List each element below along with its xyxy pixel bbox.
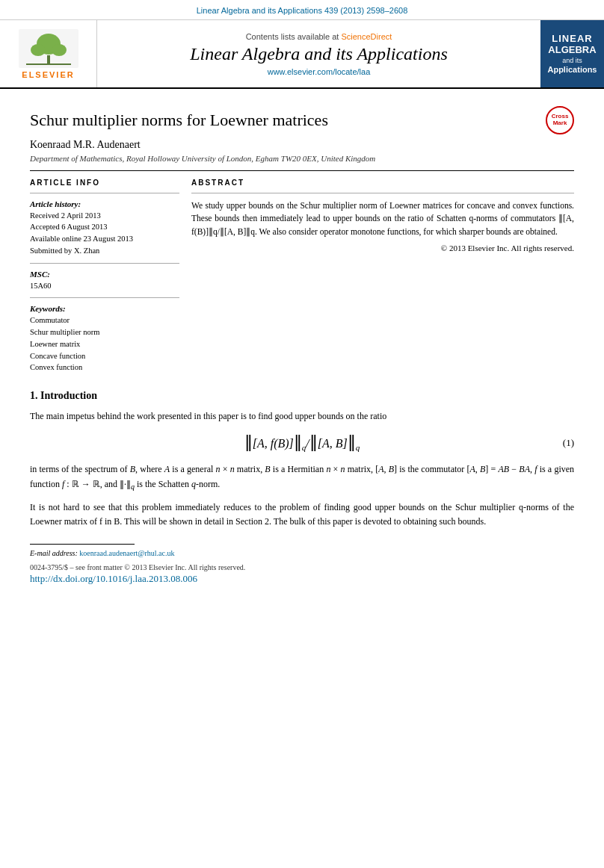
intro-para3: It is not hard to see that this problem … [30, 500, 574, 529]
author-affiliation: Department of Mathematics, Royal Hollowa… [30, 154, 574, 163]
col-divider-1 [30, 193, 179, 193]
svg-point-3 [31, 44, 46, 56]
journal-title: Linear Algebra and its Applications [190, 44, 447, 64]
badge-line4: Applications [547, 65, 597, 75]
keywords-label: Keywords: [30, 304, 179, 313]
elsevier-wordmark: ELSEVIER [22, 70, 74, 79]
msc-label: MSC: [30, 270, 179, 279]
article-info-label: ARTICLE INFO [30, 179, 179, 187]
msc-code: 15A60 [30, 280, 179, 292]
badge-line2: ALGEBRA [548, 44, 596, 56]
doi-link[interactable]: http://dx.doi.org/10.1016/j.laa.2013.08.… [30, 573, 197, 584]
keyword-5: Convex function [30, 362, 179, 373]
email-link[interactable]: koenraad.audenaert@rhul.ac.uk [79, 549, 174, 557]
keyword-1: Commutator [30, 314, 179, 326]
main-content: Schur multiplier norms for Loewner matri… [0, 89, 604, 592]
journal-title-area: Contents lists available at ScienceDirec… [97, 20, 540, 87]
history-label: Article history: [30, 199, 179, 208]
date-submitted: Submitted by X. Zhan [30, 245, 179, 257]
article-info-col: ARTICLE INFO Article history: Received 2… [30, 179, 179, 374]
svg-point-4 [52, 44, 67, 56]
abstract-divider [191, 193, 574, 193]
crossmark-icon: CrossMark [546, 106, 574, 134]
journal-ref-bar: Linear Algebra and its Applications 439 … [0, 0, 604, 20]
footer-doi: http://dx.doi.org/10.1016/j.laa.2013.08.… [30, 573, 574, 585]
author-name: Koenraad M.R. Audenaert [30, 139, 574, 151]
badge-line1: LINEAR [552, 33, 592, 45]
email-label: E-mail address: [30, 549, 78, 557]
keyword-2: Schur multiplier norm [30, 326, 179, 338]
footer-bottom: 0024-3795/$ – see front matter © 2013 El… [30, 563, 574, 573]
two-col-section: ARTICLE INFO Article history: Received 2… [30, 179, 574, 374]
abstract-body: We study upper bounds on the Schur multi… [191, 201, 574, 237]
equation-number-1: (1) [563, 437, 574, 449]
article-title: Schur multiplier norms for Loewner matri… [30, 110, 328, 131]
equation-1: ‖[A, f(B)]‖q/‖[A, B]‖q (1) [30, 434, 574, 452]
svg-rect-1 [47, 55, 50, 64]
col-divider-2 [30, 263, 179, 264]
journal-ref-text: Linear Algebra and its Applications 439 … [197, 6, 408, 15]
abstract-col: ABSTRACT We study upper bounds on the Sc… [191, 179, 574, 374]
abstract-text: We study upper bounds on the Schur multi… [191, 199, 574, 255]
sciencedirect-label: Contents lists available at ScienceDirec… [246, 32, 392, 41]
article-dates: Received 2 April 2013 Accepted 6 August … [30, 210, 179, 257]
date-accepted: Accepted 6 August 2013 [30, 221, 179, 233]
svg-rect-5 [26, 63, 71, 65]
keyword-3: Loewner matrix [30, 338, 179, 350]
math-formula-1: ‖[A, f(B)]‖q/‖[A, B]‖q [244, 434, 360, 452]
date-available: Available online 23 August 2013 [30, 233, 179, 245]
journal-website: www.elsevier.com/locate/laa [268, 67, 371, 76]
page: Linear Algebra and its Applications 439 … [0, 0, 604, 868]
elsevier-logo-area: ELSEVIER [0, 20, 97, 87]
page-header: ELSEVIER Contents lists available at Sci… [0, 20, 604, 89]
journal-badge: LINEAR ALGEBRA and its Applications [540, 20, 604, 87]
intro-para1: The main impetus behind the work present… [30, 409, 574, 424]
keywords-list: Commutator Schur multiplier norm Loewner… [30, 314, 179, 373]
elsevier-tree-icon [19, 29, 78, 68]
col-divider-3 [30, 297, 179, 298]
header-divider [30, 170, 574, 171]
keyword-4: Concave function [30, 350, 179, 362]
footnote-email: E-mail address: koenraad.audenaert@rhul.… [30, 549, 574, 557]
intro-heading: 1. Introduction [30, 390, 574, 402]
badge-line3: and its [562, 56, 582, 66]
date-received: Received 2 April 2013 [30, 210, 179, 222]
sciencedirect-link[interactable]: ScienceDirect [341, 32, 392, 41]
issn-text: 0024-3795/$ – see front matter © 2013 El… [30, 563, 245, 571]
footnote-divider [30, 544, 135, 545]
intro-para2: in terms of the spectrum of B, where A i… [30, 462, 574, 493]
abstract-label: ABSTRACT [191, 179, 574, 187]
abstract-copyright: © 2013 Elsevier Inc. All rights reserved… [191, 242, 574, 255]
crossmark-badge: CrossMark [546, 106, 574, 134]
